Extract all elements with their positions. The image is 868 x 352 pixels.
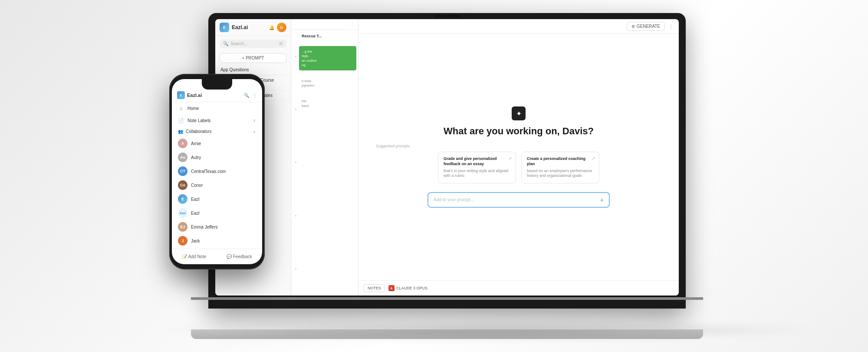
suggestion-cards: Grade and give personalized feedback on … <box>438 152 599 183</box>
nav-dot <box>295 162 296 163</box>
feedback-label: Feedback <box>233 254 252 259</box>
logo-text: Eazl.ai <box>232 24 248 30</box>
feedback-icon: 💬 <box>227 254 232 259</box>
phone-device: E Eazl.ai 🔍 ⋮ ⌂ Home <box>169 74 265 269</box>
topbar-more-icon[interactable]: ⋮ <box>668 23 674 30</box>
phone-header-right: 🔍 ⋮ <box>244 93 257 98</box>
note-entry-title-1: Rescue T... <box>302 34 354 38</box>
notes-panel-header: ⋮ <box>291 19 358 30</box>
search-placeholder: Search... <box>230 41 248 46</box>
add-note-button[interactable]: 📝 Add Note <box>178 252 210 261</box>
robot-symbol: ✦ <box>516 110 522 118</box>
laptop-device: E Eazl.ai 🔔 D 🔍 Search... ⌘ <box>208 13 686 339</box>
app-layout: E Eazl.ai 🔔 D 🔍 Search... ⌘ <box>215 19 679 296</box>
add-note-label: Add Note <box>188 254 207 259</box>
phone-nav: ⌂ Home 📄 Note Labels ∨ 👥 Coll <box>172 102 262 249</box>
note-entry-1[interactable]: Rescue T... <box>299 31 356 41</box>
bell-icon[interactable]: 🔔 <box>269 25 274 30</box>
note-entry-preview-4: eteback <box>302 99 354 108</box>
prompt-plus-icon[interactable]: + <box>600 196 604 203</box>
main-heading: What are you working on, Davis? <box>444 126 594 137</box>
prompt-input-container: Add to your prompt... + <box>427 192 610 208</box>
model-label: CLAUDE 3 OPUS <box>396 286 427 290</box>
notes-more-icon[interactable]: ⋮ <box>350 22 355 27</box>
suggestion-card-1[interactable]: Grade and give personalized feedback on … <box>438 152 516 183</box>
generate-label: GENERATE <box>637 24 660 29</box>
add-note-icon: 📝 <box>182 254 187 259</box>
phone-app: E Eazl.ai 🔍 ⋮ ⌂ Home <box>172 79 262 264</box>
model-badge[interactable]: A CLAUDE 3 OPUS <box>388 285 427 291</box>
laptop-sidebar-header: E Eazl.ai 🔔 D <box>215 19 291 36</box>
phone-nav-home[interactable]: ⌂ Home <box>172 102 262 114</box>
suggestion-title-2: Create a personalized coaching plan <box>527 156 594 166</box>
avatar-centraltexas: CT <box>178 166 187 176</box>
suggestion-icon-2: ↗ <box>591 156 595 162</box>
note-entry-3[interactable]: h Kidspgrades <box>299 76 356 91</box>
nav-dot <box>295 56 296 57</box>
note-labels-text: Note Labels <box>187 118 210 123</box>
collab-centraltexas[interactable]: CT CentralTexas.com <box>172 164 262 178</box>
collab-autry[interactable]: Au Autry <box>172 150 262 164</box>
note-entry-preview-2: ...g thetags,an outlineng <box>302 50 354 68</box>
nav-dot <box>295 268 296 269</box>
laptop-topbar: ⚙ GENERATE ⋮ <box>358 19 679 34</box>
suggestion-title-1: Grade and give personalized feedback on … <box>444 156 510 166</box>
notes-panel: ⋮ <box>291 19 358 296</box>
main-center-content: ✦ What are you working on, Davis? Sugges… <box>358 34 679 280</box>
suggested-label: Suggested prompts <box>376 144 410 148</box>
phone-search-icon[interactable]: 🔍 <box>244 93 249 98</box>
phone-more-icon[interactable]: ⋮ <box>253 93 257 98</box>
generate-button[interactable]: ⚙ GENERATE <box>627 22 665 31</box>
phone-nav-labels[interactable]: 📄 Note Labels ∨ <box>172 114 262 126</box>
phone-collaborators-section[interactable]: 👥 Collaborators ∧ <box>172 126 262 136</box>
prompt-input-placeholder[interactable]: Add to your prompt... <box>434 197 597 202</box>
suggestion-sub-2: based on an employee's performance histo… <box>527 169 594 179</box>
nav-dot <box>295 109 296 110</box>
bottom-toolbar: NOTES A CLAUDE 3 OPUS <box>358 280 679 296</box>
collab-name-jack: Jack <box>191 239 200 243</box>
collab-emma[interactable]: EJ Emma Jeffers <box>172 220 262 234</box>
phone-logo-text: Eazl.ai <box>187 93 202 98</box>
laptop-screen: E Eazl.ai 🔔 D 🔍 Search... ⌘ <box>215 19 679 296</box>
feedback-button[interactable]: 💬 Feedback <box>223 252 256 261</box>
collab-name-emma: Emma Jeffers <box>191 225 218 229</box>
avatar-autry: Au <box>178 153 187 162</box>
search-icon: 🔍 <box>223 41 228 46</box>
search-kbd-icon: ⌘ <box>279 41 283 46</box>
model-icon: A <box>388 285 395 291</box>
avatar-arnie: A <box>178 139 187 148</box>
search-bar[interactable]: 🔍 Search... ⌘ <box>220 40 286 48</box>
prompt-button[interactable]: + PROMPT <box>220 53 286 63</box>
suggestion-card-2[interactable]: Create a personalized coaching plan base… <box>521 152 599 183</box>
robot-icon: ✦ <box>512 106 526 120</box>
collab-conor[interactable]: Co Conor <box>172 178 262 192</box>
phone-bottom-nav: 📝 Add Note 💬 Feedback <box>172 249 262 264</box>
avatar-eazl-logo: E <box>178 194 187 204</box>
laptop-camera <box>434 15 460 17</box>
collab-name-autry: Autry <box>191 155 201 160</box>
home-label: Home <box>187 106 199 111</box>
collab-arnie[interactable]: A Arnie <box>172 136 262 150</box>
collab-name-eazl-2: Eazl <box>191 211 199 216</box>
nav-dot <box>295 215 296 216</box>
note-title-1: App Questions <box>220 67 286 72</box>
note-entry-2[interactable]: ...g thetags,an outlineng <box>299 46 356 70</box>
collab-eazl-text[interactable]: Eazl Eazl <box>172 206 262 220</box>
collab-jack[interactable]: J Jack <box>172 234 262 248</box>
note-entry-4[interactable]: eteback <box>299 96 356 111</box>
phone-screen: E Eazl.ai 🔍 ⋮ ⌂ Home <box>172 79 262 264</box>
phone-logo-icon: E <box>177 91 185 99</box>
notes-button[interactable]: NOTES <box>364 284 385 292</box>
collab-eazl-icon[interactable]: E Eazl <box>172 192 262 206</box>
collab-name-eazl-1: Eazl <box>191 197 199 202</box>
logo-icon: E <box>220 23 229 32</box>
laptop-bezel: E Eazl.ai 🔔 D 🔍 Search... ⌘ <box>215 19 679 296</box>
home-icon: ⌂ <box>178 105 184 111</box>
main-scene: E Eazl.ai 🔔 D 🔍 Search... ⌘ <box>0 0 868 352</box>
phone-notch <box>202 79 232 90</box>
laptop-body: E Eazl.ai 🔔 D 🔍 Search... ⌘ <box>208 13 686 309</box>
avatar-eazl-text: Eazl <box>178 208 187 218</box>
laptop-main: ⚙ GENERATE ⋮ ✦ What are you working <box>358 19 679 296</box>
collab-name-conor: Conor <box>191 183 203 188</box>
user-avatar[interactable]: D <box>277 23 286 32</box>
